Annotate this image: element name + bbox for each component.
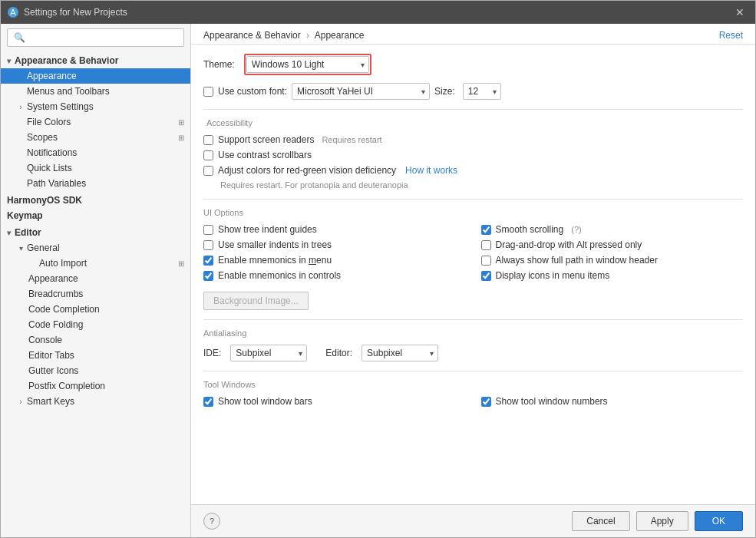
sidebar-item-label: Gutter Icons <box>28 365 78 376</box>
color-blindness-row: Adjust colors for red-green vision defic… <box>203 165 743 176</box>
sidebar-item-system-settings[interactable]: › System Settings <box>1 99 190 114</box>
search-input[interactable] <box>7 28 184 47</box>
custom-font-checkbox[interactable] <box>203 87 213 97</box>
arrow-icon <box>16 117 25 127</box>
arrow-icon <box>16 71 25 81</box>
theme-select[interactable]: Windows 10 Light Darcula High Contrast <box>246 56 369 73</box>
size-select-wrapper: 12 11 13 14 <box>463 83 501 100</box>
display-icons-row: Display icons in menu items <box>481 270 744 281</box>
sidebar-item-code-folding[interactable]: Code Folding <box>1 317 190 332</box>
smooth-scrolling-help-icon[interactable]: (?) <box>571 225 581 234</box>
accessibility-title: Accessibility <box>203 118 256 127</box>
tool-windows-section: Tool Windows Show tool window bars Show … <box>203 379 743 411</box>
ide-aa-select[interactable]: Subpixel Greyscale None <box>230 345 307 361</box>
sidebar-item-editor-tabs[interactable]: Editor Tabs <box>1 348 190 363</box>
how-it-works-link[interactable]: How it works <box>405 165 457 176</box>
show-numbers-checkbox[interactable] <box>481 397 491 407</box>
arrow-icon: ▾ <box>4 56 13 65</box>
sidebar-item-keymap[interactable]: Keymap <box>1 208 190 223</box>
smaller-indents-checkbox[interactable] <box>203 240 213 250</box>
smaller-indents-row: Use smaller indents in trees <box>203 239 466 250</box>
sidebar-item-path-variables[interactable]: Path Variables <box>1 176 190 191</box>
sidebar-item-label: Appearance <box>27 71 77 81</box>
sidebar-item-general[interactable]: ▾ General <box>1 240 190 256</box>
sidebar-item-quick-lists[interactable]: Quick Lists <box>1 160 190 176</box>
accessibility-section: Accessibility Support screen readers Req… <box>203 117 743 190</box>
sidebar-item-label: Keymap <box>7 210 43 221</box>
arrow-icon <box>16 179 25 188</box>
sidebar-item-label: Notifications <box>27 147 77 158</box>
sidebar-item-smart-keys[interactable]: › Smart Keys <box>1 394 190 409</box>
help-button[interactable]: ? <box>203 513 220 530</box>
tree-indent-label: Show tree indent guides <box>218 224 317 235</box>
sidebar-item-editor[interactable]: ▾ Editor <box>1 225 190 240</box>
drag-drop-row: Drag-and-drop with Alt pressed only <box>481 239 744 250</box>
sidebar-item-label: Breadcrumbs <box>28 289 83 299</box>
mnemonics-menu-label: Enable mnemonics in menu <box>218 255 332 266</box>
editor-aa-select[interactable]: Subpixel Greyscale None <box>361 345 438 361</box>
arrow-icon <box>16 133 25 142</box>
sidebar-item-appearance-behavior[interactable]: ▾ Appearance & Behavior <box>1 53 190 68</box>
font-select-wrapper: Microsoft YaHei UI <box>292 83 430 100</box>
sidebar-item-label: Quick Lists <box>27 163 72 173</box>
tree-indent-checkbox[interactable] <box>203 225 213 235</box>
ok-button[interactable]: OK <box>695 511 743 531</box>
smooth-scrolling-checkbox[interactable] <box>481 225 491 235</box>
apply-button[interactable]: Apply <box>636 511 688 531</box>
show-numbers-label: Show tool window numbers <box>496 396 608 407</box>
app-icon: A <box>7 6 19 18</box>
screen-readers-checkbox[interactable] <box>203 135 213 145</box>
show-bars-row: Show tool window bars <box>203 396 466 407</box>
contrast-scrollbars-label: Use contrast scrollbars <box>218 150 312 160</box>
sidebar-item-gutter-icons[interactable]: Gutter Icons <box>1 363 190 378</box>
badge-icon: ⊞ <box>178 259 184 268</box>
custom-font-label[interactable]: Use custom font: <box>218 86 287 97</box>
theme-select-wrapper-inner: Windows 10 Light Darcula High Contrast <box>246 56 369 73</box>
contrast-scrollbars-checkbox[interactable] <box>203 150 213 160</box>
full-path-row: Always show full path in window header <box>481 255 744 266</box>
full-path-label: Always show full path in window header <box>496 255 658 266</box>
show-bars-checkbox[interactable] <box>203 397 213 407</box>
sidebar-item-postfix-completion[interactable]: Postfix Completion <box>1 378 190 394</box>
sidebar-item-editor-appearance[interactable]: Appearance <box>1 271 190 286</box>
sidebar-item-label: Path Variables <box>27 178 86 189</box>
display-icons-checkbox[interactable] <box>481 271 491 281</box>
smooth-scrolling-label: Smooth scrolling <box>496 224 564 235</box>
contrast-scrollbars-row: Use contrast scrollbars <box>203 150 743 160</box>
sidebar-item-harmonyos-sdk[interactable]: HarmonyOS SDK <box>1 193 190 208</box>
breadcrumb: Appearance & Behavior › Appearance <box>203 30 364 41</box>
reset-link[interactable]: Reset <box>719 30 743 41</box>
sidebar-item-label: File Colors <box>27 117 71 127</box>
cancel-button[interactable]: Cancel <box>572 511 629 531</box>
sidebar-item-code-completion[interactable]: Code Completion <box>1 302 190 317</box>
smaller-indents-label: Use smaller indents in trees <box>218 239 332 250</box>
sidebar-item-breadcrumbs[interactable]: Breadcrumbs <box>1 286 190 302</box>
background-image-button[interactable]: Background Image... <box>203 292 309 310</box>
window-title: Settings for New Projects <box>24 7 731 18</box>
font-select[interactable]: Microsoft YaHei UI <box>292 83 430 100</box>
size-select[interactable]: 12 11 13 14 <box>463 83 501 100</box>
sidebar-item-scopes[interactable]: Scopes ⊞ <box>1 130 190 145</box>
arrow-icon: › <box>16 102 25 111</box>
sidebar-item-file-colors[interactable]: File Colors ⊞ <box>1 114 190 130</box>
color-blindness-checkbox[interactable] <box>203 166 213 176</box>
sidebar-item-label: Appearance & Behavior <box>15 55 118 66</box>
mnemonics-controls-checkbox[interactable] <box>203 271 213 281</box>
sidebar-item-console[interactable]: Console <box>1 332 190 348</box>
sidebar-item-appearance[interactable]: Appearance <box>1 68 190 84</box>
sidebar-item-notifications[interactable]: Notifications <box>1 145 190 160</box>
sidebar-item-menus-toolbars[interactable]: Menus and Toolbars <box>1 84 190 99</box>
sidebar-item-label: Code Folding <box>28 319 83 330</box>
arrow-icon: › <box>16 397 25 406</box>
full-path-checkbox[interactable] <box>481 256 491 266</box>
theme-label: Theme: <box>203 59 235 70</box>
sidebar-item-label: Editor Tabs <box>28 350 74 361</box>
ide-label: IDE: <box>203 348 221 358</box>
arrow-icon: ▾ <box>4 228 13 237</box>
requires-restart-note: Requires restart <box>322 135 381 144</box>
drag-drop-checkbox[interactable] <box>481 240 491 250</box>
close-button[interactable]: ✕ <box>731 5 749 20</box>
sidebar-item-auto-import[interactable]: Auto Import ⊞ <box>1 256 190 271</box>
panel-header: Appearance & Behavior › Appearance Reset <box>191 24 755 45</box>
mnemonics-menu-checkbox[interactable] <box>203 256 213 266</box>
